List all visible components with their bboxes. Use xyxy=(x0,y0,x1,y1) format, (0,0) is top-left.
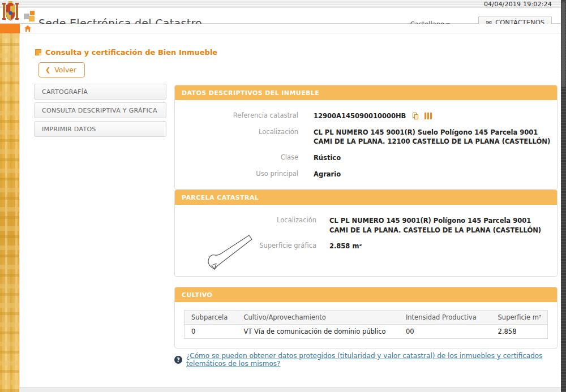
panel-parcela-catastral: PARCELA CATASTRAL Localización CL PL NUM… xyxy=(174,189,558,277)
field-uso-principal: Uso principal Agrario xyxy=(175,170,557,179)
cultivo-table: Subparcela Cultivo/Aprovechamiento Inten… xyxy=(184,310,548,339)
field-label: Localización xyxy=(175,128,298,147)
top-datetime-bar: 04/04/2019 19:02:24 xyxy=(0,0,566,8)
nav-orange-block xyxy=(0,24,20,33)
field-value: Agrario xyxy=(314,170,341,179)
city-aerial-side-image xyxy=(0,33,20,392)
field-label: Referencia catastral xyxy=(175,111,298,121)
referencia-value: 12900A145090010000HB xyxy=(314,112,406,120)
panel-title: DATOS DESCRIPTIVOS DEL INMUEBLE xyxy=(175,85,557,100)
cell-intensidad: 00 xyxy=(399,325,491,339)
barcode-icon[interactable] xyxy=(424,113,432,119)
field-value: CL PL NUMERO 145 9001(R) Suelo Polígono … xyxy=(314,128,550,147)
field-localizacion: Localización CL PL NUMERO 145 9001(R) Su… xyxy=(175,128,557,147)
field-value: CL PL NUMERO 145 9001(R) Polígono 145 Pa… xyxy=(329,216,541,235)
parcel-outline-drawing xyxy=(189,229,257,275)
catastro-page: 04/04/2019 19:02:24 Sede Electrónica del… xyxy=(0,0,566,392)
chevron-left-icon: ❮ xyxy=(45,66,50,74)
back-button[interactable]: ❮ Volver xyxy=(38,62,85,77)
panel-cultivo: CULTIVO Subparcela Cultivo/Aprovechamien… xyxy=(174,287,558,348)
panel-datos-descriptivos: DATOS DESCRIPTIVOS DEL INMUEBLE Referenc… xyxy=(174,85,558,189)
page-title: Consulta y certificación de Bien Inmuebl… xyxy=(45,48,217,57)
field-value: 12900A145090010000HB xyxy=(314,111,432,121)
localizacion-line2: CAMI DE LA PLANA. CASTELLO DE LA PLANA (… xyxy=(329,226,541,235)
back-label: Volver xyxy=(54,66,76,74)
scrollbar-thumb[interactable] xyxy=(561,2,565,87)
cell-cultivo: VT Vía de comunicación de dominio públic… xyxy=(237,325,398,339)
table-row: 0 VT Vía de comunicación de dominio públ… xyxy=(185,325,548,339)
header: Sede Electrónica del Catastro Castellano… xyxy=(0,8,566,24)
field-referencia-catastral: Referencia catastral 12900A145090010000H… xyxy=(175,111,557,121)
copy-icon[interactable] xyxy=(413,113,419,119)
localizacion-line1: CL PL NUMERO 145 9001(R) Suelo Polígono … xyxy=(314,128,550,137)
datetime-text: 04/04/2019 19:02:24 xyxy=(484,1,552,8)
panel-title: PARCELA CATASTRAL xyxy=(175,190,557,205)
col-superficie: Superficie m² xyxy=(491,311,548,325)
catastro-logo-icon xyxy=(24,11,36,22)
vertical-scrollbar[interactable] xyxy=(561,0,566,392)
field-value: 2.858 m² xyxy=(329,242,362,251)
table-header-row: Subparcela Cultivo/Aprovechamiento Inten… xyxy=(185,311,548,325)
panel-title: CULTIVO xyxy=(175,287,557,302)
protected-data-help-link[interactable]: ¿Cómo se pueden obtener datos protegidos… xyxy=(186,352,566,368)
col-subparcela: Subparcela xyxy=(185,311,237,325)
question-icon: ? xyxy=(174,356,182,364)
page-heading: Consulta y certificación de Bien Inmuebl… xyxy=(35,48,217,57)
sidebar-item-imprimir-datos[interactable]: IMPRIMIR DATOS xyxy=(34,121,166,137)
cell-subparcela: 0 xyxy=(185,325,237,339)
field-clase: Clase Rústico xyxy=(175,153,557,163)
field-label: Clase xyxy=(175,153,298,163)
sidebar-item-consulta-descriptiva[interactable]: CONSULTA DESCRIPTIVA Y GRÁFICA xyxy=(34,102,166,118)
localizacion-line2: CAMI DE LA PLANA. 12100 CASTELLO DE LA P… xyxy=(314,137,550,147)
field-value: Rústico xyxy=(314,153,341,163)
spain-coat-of-arms-logo xyxy=(1,1,20,23)
home-icon[interactable] xyxy=(24,25,31,32)
breadcrumb-bar xyxy=(0,24,566,33)
field-label: Uso principal xyxy=(175,170,298,179)
help-link-row: ? ¿Cómo se pueden obtener datos protegid… xyxy=(174,352,566,368)
col-cultivo: Cultivo/Aprovechamiento xyxy=(237,311,398,325)
localizacion-line1: CL PL NUMERO 145 9001(R) Polígono 145 Pa… xyxy=(329,216,541,226)
col-intensidad: Intensidad Productiva xyxy=(399,311,491,325)
cell-superficie: 2.858 xyxy=(491,325,548,339)
page-icon xyxy=(35,49,41,55)
sidebar-item-cartografia[interactable]: CARTOGRAFÍA xyxy=(34,84,166,100)
footer-strip xyxy=(20,387,561,392)
